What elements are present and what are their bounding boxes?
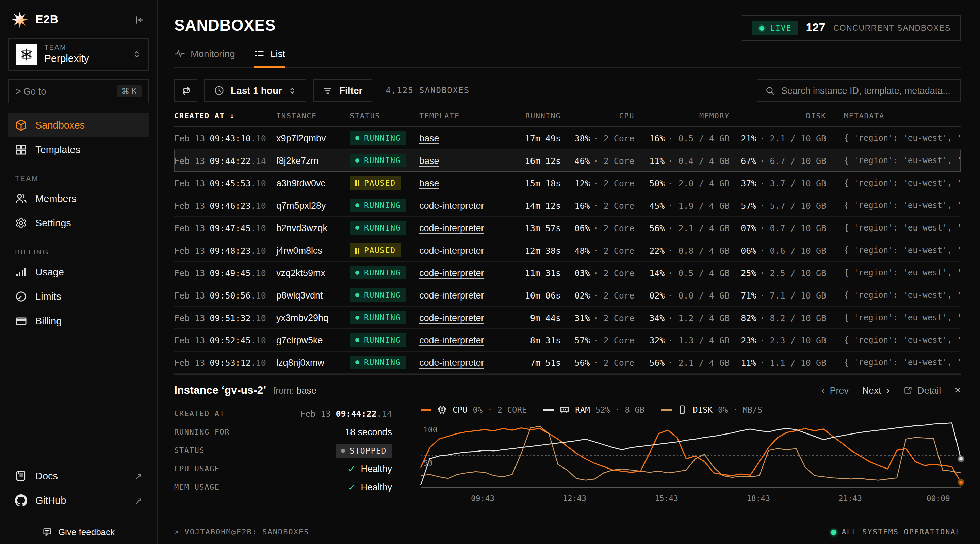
system-status: ALL SYSTEMS OPERATIONAL [830, 528, 961, 536]
status-cell: RUNNING [350, 131, 419, 145]
table-row[interactable]: Feb 1309:47:45.10 b2nvd3wzqk RUNNING cod… [174, 217, 961, 239]
sidebar-item-label: Sandboxes [35, 120, 85, 130]
grid-icon [15, 143, 27, 156]
app-root: E2B TEAM Perplexity [0, 0, 980, 544]
disk-cell: 11%· 1.1 / 10 GB [730, 357, 826, 368]
table-row[interactable]: Feb 1309:48:23.10 j4rw0m8lcs PAUSED code… [174, 239, 961, 262]
time-range-select[interactable]: Last 1 hour [204, 79, 307, 102]
chevron-left-icon: ‹ [821, 385, 825, 396]
x-tick: 09:43 [471, 494, 495, 503]
template-cell: base [419, 133, 506, 143]
status-icon [355, 293, 360, 297]
table-row[interactable]: Feb 1309:46:23.10 q7m5pxl28y RUNNING cod… [174, 195, 961, 217]
column-header-created-at[interactable]: CREATED AT ↓ [174, 111, 276, 121]
sidebar-item-usage[interactable]: Usage [8, 260, 149, 284]
template-link[interactable]: base [419, 133, 439, 143]
status-icon [355, 247, 356, 253]
sidebar-item-templates[interactable]: Templates [8, 137, 149, 162]
status-badge: RUNNING [350, 154, 406, 167]
prev-button[interactable]: ‹Prev [821, 385, 849, 396]
sidebar-section-billing: BILLING [15, 247, 142, 256]
give-feedback-button[interactable]: Give feedback [0, 520, 158, 544]
team-selector[interactable]: TEAM Perplexity [8, 38, 149, 71]
template-cell: code-interpreter [419, 335, 506, 345]
status-cell: RUNNING [350, 356, 419, 369]
template-link[interactable]: code-interpreter [419, 200, 484, 211]
running-cell: 13m 57s [506, 223, 561, 233]
created-at-cell: Feb 1309:45:53.10 [174, 178, 276, 188]
search-input[interactable] [781, 85, 953, 95]
sandboxes-table: CREATED AT ↓ INSTANCE STATUS TEMPLATE RU… [174, 111, 961, 374]
cube-icon [15, 119, 27, 131]
disk-cell: 82%· 8.2 / 10 GB [730, 312, 826, 323]
template-link[interactable]: code-interpreter [419, 312, 484, 323]
memory-cell: 32%· 1.3 / 4 GB [634, 335, 730, 345]
x-tick: 15:43 [655, 494, 678, 503]
table-row[interactable]: Feb 1309:51:32.10 yx3mbv29hq RUNNING cod… [174, 307, 961, 329]
running-cell: 10m 06s [506, 290, 561, 300]
usage-chart: CPU 0% · 2 CORE RAM [421, 404, 961, 520]
detail-template-link[interactable]: base [296, 385, 317, 395]
created-at-cell: Feb 1309:43:10.10 [174, 133, 276, 143]
tab-monitoring[interactable]: Monitoring [174, 48, 235, 67]
table-row[interactable]: Feb 1309:43:10.10 x9p7l2qmbv RUNNING bas… [174, 127, 961, 150]
template-link[interactable]: code-interpreter [419, 223, 484, 233]
sidebar-item-billing[interactable]: Billing [8, 309, 149, 333]
team-name: Perplexity [44, 52, 89, 65]
instance-id: g7clrpw5ke [276, 335, 350, 345]
template-link[interactable]: code-interpreter [419, 268, 484, 278]
template-link[interactable]: code-interpreter [419, 335, 484, 345]
table-row[interactable]: Feb 1309:44:22.14 f8j2ke7zrn RUNNING bas… [174, 150, 961, 172]
credit-card-icon [15, 315, 27, 327]
disk-cell: 06%· 0.6 / 10 GB [730, 245, 826, 255]
sidebar-collapse-button[interactable] [132, 13, 146, 27]
chevron-up-down-icon [288, 86, 297, 95]
detail-fields: CREATED AT Feb 1309:44:22.14 RUNNING FOR… [174, 404, 392, 520]
brand-name: E2B [35, 13, 59, 27]
table-row[interactable]: Feb 1309:49:45.10 vzq2kt59mx RUNNING cod… [174, 262, 961, 284]
refresh-button[interactable] [174, 79, 197, 102]
close-icon[interactable]: × [955, 384, 961, 397]
sidebar-item-sandboxes[interactable]: Sandboxes [8, 113, 149, 137]
status-badge: RUNNING [350, 131, 406, 145]
status-badge: RUNNING [350, 356, 406, 369]
sidebar-item-members[interactable]: Members [8, 186, 149, 211]
table-row[interactable]: Feb 1309:50:56.10 p8wlq3vdnt RUNNING cod… [174, 284, 961, 307]
goto-search[interactable]: > Go to ⌘ K [8, 79, 149, 103]
table-row[interactable]: Feb 1309:53:12.10 lzq8nj0xmw RUNNING cod… [174, 352, 961, 374]
x-tick: 21:43 [838, 494, 862, 503]
cpu-chip-icon [437, 404, 447, 415]
filter-icon [323, 85, 333, 95]
sidebar-item-settings[interactable]: Settings [8, 211, 149, 235]
table-row[interactable]: Feb 1309:45:53.10 a3h9tdw0vc PAUSED base… [174, 172, 961, 195]
x-tick: 00:09 [927, 494, 950, 503]
detail-field-running-for: RUNNING FOR 18 seconds [174, 423, 392, 441]
toolbar: Last 1 hour Filter 4,125 SANDBOXES [174, 79, 961, 102]
memory-cell: 56%· 2.1 / 4 GB [634, 357, 730, 368]
template-link[interactable]: code-interpreter [419, 290, 484, 300]
sidebar-link-docs[interactable]: Docs ↗ [8, 464, 149, 488]
template-link[interactable]: base [419, 178, 439, 188]
tab-list[interactable]: List [254, 48, 285, 67]
memory-cell: 11%· 0.4 / 4 GB [634, 155, 730, 166]
table-row[interactable]: Feb 1309:52:45.10 g7clrpw5ke RUNNING cod… [174, 329, 961, 352]
template-link[interactable]: code-interpreter [419, 245, 484, 255]
sidebar-link-label: Docs [35, 471, 58, 481]
status-badge: RUNNING [350, 311, 406, 324]
logo-row: E2B [8, 7, 149, 35]
live-dot-icon [758, 24, 765, 32]
sidebar-section-team: TEAM [15, 174, 142, 182]
template-link[interactable]: base [419, 155, 439, 166]
disk-cell: 37%· 3.7 / 10 GB [730, 178, 826, 188]
template-cell: base [419, 155, 506, 166]
sidebar-item-limits[interactable]: Limits [8, 284, 149, 309]
created-at-cell: Feb 1309:48:23.10 [174, 245, 276, 255]
sidebar-link-github[interactable]: GitHub ↗ [8, 488, 149, 513]
filter-button[interactable]: Filter [313, 79, 372, 102]
next-button[interactable]: Next› [862, 385, 889, 396]
template-link[interactable]: code-interpreter [419, 357, 484, 368]
detail-button[interactable]: Detail [903, 385, 941, 395]
sidebar-item-label: Usage [35, 266, 64, 278]
running-cell: 8m 31s [506, 335, 561, 345]
live-badge: LIVE [752, 21, 798, 35]
